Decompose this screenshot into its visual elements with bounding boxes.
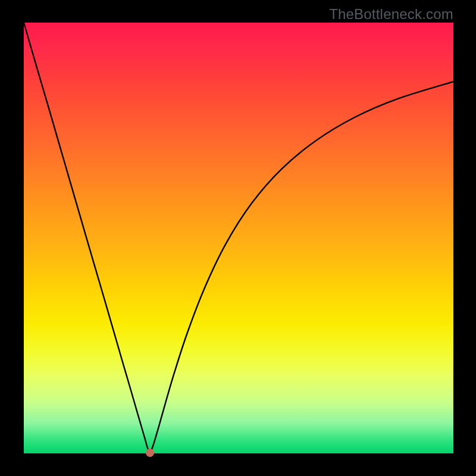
bottleneck-curve bbox=[24, 23, 453, 452]
curve-layer bbox=[0, 0, 476, 476]
chart-stage: TheBottleneck.com bbox=[0, 0, 476, 476]
min-marker bbox=[146, 449, 154, 457]
